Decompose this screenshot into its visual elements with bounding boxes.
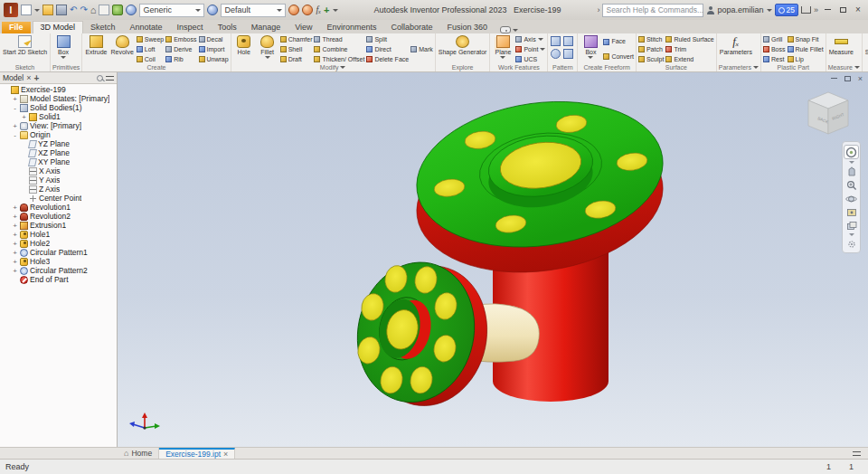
axis-button[interactable]: Axis <box>515 36 545 43</box>
chamfer-button[interactable]: Chamfer <box>280 36 313 43</box>
tree-item-end-of-part[interactable]: End of Part <box>0 275 117 284</box>
tree-item-xz-plane[interactable]: XZ Plane <box>0 148 117 157</box>
save-icon[interactable] <box>56 5 67 15</box>
tree-expander-icon[interactable]: + <box>21 113 27 121</box>
tree-item-model-states-primary[interactable]: +Model States: [Primary] <box>0 94 117 103</box>
tree-expander-icon[interactable]: + <box>12 240 18 248</box>
viewcube[interactable]: BACK RIGHT <box>805 89 852 139</box>
delete-face-button[interactable]: Delete Face <box>366 56 409 63</box>
combine-button[interactable]: Combine <box>314 46 364 53</box>
derive-button[interactable]: Derive <box>165 46 196 53</box>
browser-menu-icon[interactable] <box>106 76 114 81</box>
stress-analysis-button[interactable]: Stress Analysis <box>864 34 868 64</box>
user-menu-caret-icon[interactable] <box>767 9 772 12</box>
tree-expander-icon[interactable]: + <box>12 204 18 212</box>
coil-button[interactable]: Coil <box>137 56 164 63</box>
store-cart-icon[interactable] <box>801 6 811 14</box>
emboss-button[interactable]: Emboss <box>165 36 196 43</box>
tree-item-revolution2[interactable]: +Revolution2 <box>0 212 117 221</box>
tree-item-hole1[interactable]: +Hole1 <box>0 230 117 239</box>
tree-item-view-primary[interactable]: +View: [Primary] <box>0 121 117 130</box>
split-button[interactable]: Split <box>366 36 409 43</box>
lip-button[interactable]: Lip <box>788 56 824 63</box>
boss-button[interactable]: Boss <box>763 46 786 53</box>
circular-pattern-icon[interactable] <box>551 49 561 59</box>
doctab-menu-icon[interactable] <box>853 448 868 459</box>
wheel-caret-icon[interactable] <box>849 161 854 164</box>
grill-button[interactable]: Grill <box>763 36 786 43</box>
appearance-icon[interactable] <box>207 5 218 15</box>
zoom-button[interactable] <box>844 179 858 191</box>
hole-button[interactable]: Hole <box>233 34 255 64</box>
navbar-more-caret-icon[interactable] <box>849 233 854 236</box>
ribbon-tab-annotate[interactable]: Annotate <box>123 22 170 33</box>
ribbon-tab-collaborate[interactable]: Collaborate <box>384 22 440 33</box>
parameters-fx-icon[interactable]: fₓ <box>316 5 321 15</box>
tree-item-revolution1[interactable]: +Revolution1 <box>0 203 117 212</box>
sketch-driven-pattern-icon[interactable] <box>563 49 573 59</box>
revolve-button[interactable]: Revolve <box>110 34 135 64</box>
tree-item-hole2[interactable]: +Hole2 <box>0 239 117 248</box>
view-face-button[interactable] <box>844 220 858 232</box>
model-canvas[interactable] <box>118 72 868 447</box>
navigation-wheel-button[interactable] <box>844 145 859 159</box>
doc-minimize-button[interactable] <box>831 74 837 83</box>
extrude-button[interactable]: Extrude <box>84 34 108 64</box>
rectangular-pattern-icon[interactable] <box>551 36 561 46</box>
stitch-button[interactable]: Stitch <box>638 36 664 43</box>
tab-document-exercise-199[interactable]: Exercise-199.ipt × <box>159 448 235 459</box>
rest-button[interactable]: Rest <box>763 56 786 63</box>
ribbon-tab-file[interactable]: File <box>2 22 31 33</box>
tree-item-exercise-199[interactable]: Exercise-199 <box>0 85 117 94</box>
rib-button[interactable]: Rib <box>165 56 196 63</box>
loft-button[interactable]: Loft <box>137 46 164 53</box>
new-file-icon[interactable] <box>21 5 32 15</box>
help-search-box[interactable]: Search Help & Commands... <box>602 4 703 17</box>
trim-button[interactable]: Trim <box>665 46 713 53</box>
tree-item-x-axis[interactable]: X Axis <box>0 166 117 175</box>
tree-item-circular-pattern2[interactable]: +Circular Pattern2 <box>0 266 117 275</box>
import-button[interactable]: Import <box>199 46 229 53</box>
look-at-button[interactable] <box>844 206 858 218</box>
navbar-settings-gear-icon[interactable] <box>844 238 858 250</box>
tree-item-solid1[interactable]: +Solid1 <box>0 112 117 121</box>
tree-expander-icon[interactable]: + <box>12 95 18 103</box>
tree-expander-icon[interactable]: - <box>12 131 18 139</box>
parameters-button[interactable]: fₓ Parameters <box>719 34 753 64</box>
snap-fit-button[interactable]: Snap Fit <box>788 36 824 43</box>
drawing-board-icon[interactable] <box>99 5 109 15</box>
ruled-surface-button[interactable]: Ruled Surface <box>665 36 713 43</box>
browser-close-icon[interactable]: × <box>26 73 31 82</box>
ribbon-tab-fusion-360[interactable]: Fusion 360 <box>440 22 495 33</box>
more-chevrons-icon[interactable]: » <box>814 5 818 14</box>
ribbon-tab-manage[interactable]: Manage <box>244 22 288 33</box>
mirror-icon[interactable] <box>563 36 573 46</box>
open-file-icon[interactable] <box>42 5 53 15</box>
tab-close-icon[interactable]: × <box>223 450 228 459</box>
rule-fillet-button[interactable]: Rule Fillet <box>788 46 824 53</box>
close-button[interactable]: × <box>852 0 864 20</box>
browser-search-icon[interactable] <box>97 75 103 81</box>
plane-button[interactable]: Plane <box>492 34 514 64</box>
ucs-button[interactable]: UCS <box>515 56 545 63</box>
browser-add-icon[interactable]: + <box>33 73 39 83</box>
sweep-button[interactable]: Sweep <box>137 36 164 43</box>
tree-item-xy-plane[interactable]: XY Plane <box>0 157 117 166</box>
extend-button[interactable]: Extend <box>665 56 713 63</box>
tree-expander-icon[interactable]: + <box>12 231 18 239</box>
tree-item-origin[interactable]: -Origin <box>0 130 117 139</box>
new-file-caret-icon[interactable] <box>34 9 40 12</box>
panel-label-measure[interactable]: Measure <box>828 64 860 71</box>
add-quick-command-icon[interactable]: + <box>324 5 329 15</box>
tree-expander-icon[interactable]: + <box>12 122 18 130</box>
pan-button[interactable] <box>844 166 858 177</box>
tree-expander-icon[interactable]: + <box>12 249 18 257</box>
redo-icon[interactable]: ↷ <box>80 5 87 15</box>
appearance-dropdown[interactable]: Default <box>221 4 286 17</box>
draft-button[interactable]: Draft <box>280 56 313 63</box>
session-timer-badge[interactable]: 25 <box>775 4 798 16</box>
tree-item-yz-plane[interactable]: YZ Plane <box>0 139 117 148</box>
doc-close-button[interactable]: × <box>858 74 863 83</box>
thread-button[interactable]: Thread <box>314 36 364 43</box>
tree-item-y-axis[interactable]: Y Axis <box>0 175 117 185</box>
